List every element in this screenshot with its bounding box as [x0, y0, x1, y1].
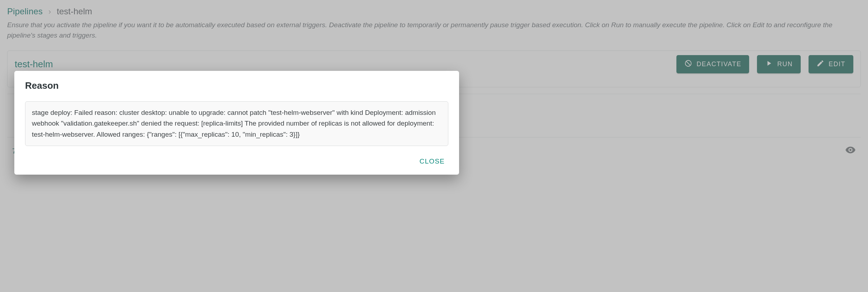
reason-dialog: Reason stage deploy: Failed reason: clus…: [14, 71, 459, 175]
reason-text: stage deploy: Failed reason: cluster des…: [25, 101, 448, 146]
modal-overlay[interactable]: Reason stage deploy: Failed reason: clus…: [0, 0, 868, 292]
close-button[interactable]: CLOSE: [416, 155, 448, 167]
dialog-title: Reason: [25, 80, 448, 91]
